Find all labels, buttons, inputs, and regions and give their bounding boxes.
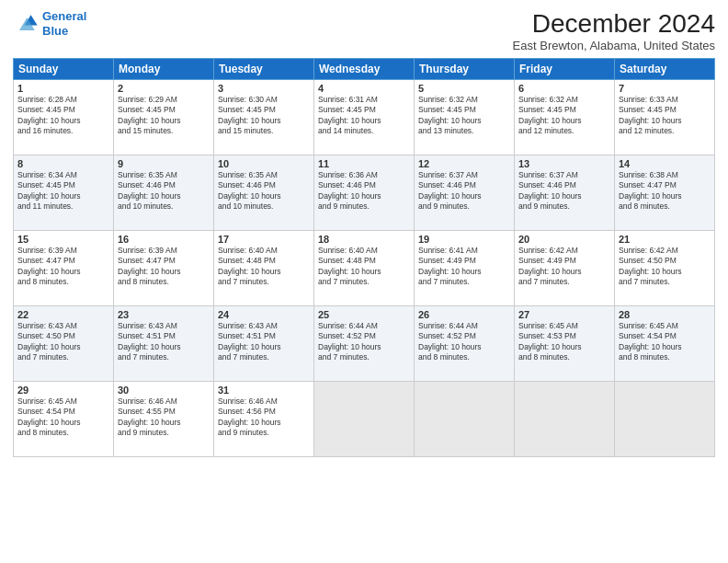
- cell-content: Sunrise: 6:39 AM Sunset: 4:47 PM Dayligh…: [118, 246, 210, 288]
- week-row-1: 1Sunrise: 6:28 AM Sunset: 4:45 PM Daylig…: [14, 80, 715, 155]
- cell-content: Sunrise: 6:44 AM Sunset: 4:52 PM Dayligh…: [318, 321, 410, 363]
- calendar-cell: 9Sunrise: 6:35 AM Sunset: 4:46 PM Daylig…: [114, 155, 214, 231]
- cell-content: Sunrise: 6:35 AM Sunset: 4:46 PM Dayligh…: [118, 170, 210, 213]
- day-number: 8: [17, 158, 109, 169]
- calendar-cell: 1Sunrise: 6:28 AM Sunset: 4:45 PM Daylig…: [14, 80, 114, 155]
- calendar-cell: 26Sunrise: 6:44 AM Sunset: 4:52 PM Dayli…: [415, 306, 515, 382]
- calendar-cell: 21Sunrise: 6:42 AM Sunset: 4:50 PM Dayli…: [615, 231, 715, 306]
- day-number: 30: [118, 385, 210, 396]
- calendar-cell: 27Sunrise: 6:45 AM Sunset: 4:53 PM Dayli…: [515, 306, 615, 382]
- title-block: December 2024 East Brewton, Alabama, Uni…: [513, 9, 715, 52]
- day-number: 11: [318, 158, 410, 169]
- cell-content: Sunrise: 6:44 AM Sunset: 4:52 PM Dayligh…: [418, 321, 510, 363]
- cell-content: Sunrise: 6:45 AM Sunset: 4:53 PM Dayligh…: [518, 321, 610, 363]
- calendar-cell: 4Sunrise: 6:31 AM Sunset: 4:45 PM Daylig…: [314, 80, 415, 155]
- day-number: 21: [619, 234, 711, 245]
- cell-content: Sunrise: 6:40 AM Sunset: 4:48 PM Dayligh…: [218, 246, 310, 288]
- calendar-header-row: SundayMondayTuesdayWednesdayThursdayFrid…: [14, 59, 715, 80]
- day-number: 31: [218, 385, 310, 396]
- day-number: 7: [619, 83, 711, 94]
- day-number: 5: [418, 83, 510, 94]
- cell-content: Sunrise: 6:35 AM Sunset: 4:46 PM Dayligh…: [218, 170, 310, 213]
- calendar-cell: 14Sunrise: 6:38 AM Sunset: 4:47 PM Dayli…: [615, 155, 715, 231]
- day-number: 24: [218, 309, 310, 320]
- calendar-cell: 2Sunrise: 6:29 AM Sunset: 4:45 PM Daylig…: [114, 80, 214, 155]
- day-number: 1: [17, 83, 109, 94]
- calendar-cell: 7Sunrise: 6:33 AM Sunset: 4:45 PM Daylig…: [615, 80, 715, 155]
- logo-blue: Blue: [42, 24, 68, 38]
- calendar-cell: 5Sunrise: 6:32 AM Sunset: 4:45 PM Daylig…: [415, 80, 515, 155]
- day-number: 9: [118, 158, 210, 169]
- calendar-cell: 30Sunrise: 6:46 AM Sunset: 4:55 PM Dayli…: [114, 382, 214, 457]
- col-header-tuesday: Tuesday: [214, 59, 314, 80]
- day-number: 20: [518, 234, 610, 245]
- cell-content: Sunrise: 6:43 AM Sunset: 4:50 PM Dayligh…: [17, 321, 109, 363]
- cell-content: Sunrise: 6:32 AM Sunset: 4:45 PM Dayligh…: [518, 95, 610, 137]
- day-number: 26: [418, 309, 510, 320]
- calendar-cell: 12Sunrise: 6:37 AM Sunset: 4:46 PM Dayli…: [415, 155, 515, 231]
- calendar-cell: 22Sunrise: 6:43 AM Sunset: 4:50 PM Dayli…: [14, 306, 114, 382]
- cell-content: Sunrise: 6:34 AM Sunset: 4:45 PM Dayligh…: [17, 170, 109, 213]
- cell-content: Sunrise: 6:46 AM Sunset: 4:55 PM Dayligh…: [118, 396, 210, 439]
- col-header-friday: Friday: [515, 59, 615, 80]
- week-row-3: 15Sunrise: 6:39 AM Sunset: 4:47 PM Dayli…: [14, 231, 715, 306]
- calendar-cell: 19Sunrise: 6:41 AM Sunset: 4:49 PM Dayli…: [415, 231, 515, 306]
- calendar-cell: 3Sunrise: 6:30 AM Sunset: 4:45 PM Daylig…: [214, 80, 314, 155]
- col-header-monday: Monday: [114, 59, 214, 80]
- cell-content: Sunrise: 6:33 AM Sunset: 4:45 PM Dayligh…: [619, 95, 711, 137]
- cell-content: Sunrise: 6:41 AM Sunset: 4:49 PM Dayligh…: [418, 246, 510, 288]
- calendar-cell: [515, 382, 615, 457]
- cell-content: Sunrise: 6:45 AM Sunset: 4:54 PM Dayligh…: [17, 396, 109, 439]
- cell-content: Sunrise: 6:46 AM Sunset: 4:56 PM Dayligh…: [218, 396, 310, 439]
- header: General Blue December 2024 East Brewton,…: [13, 9, 715, 52]
- cell-content: Sunrise: 6:30 AM Sunset: 4:45 PM Dayligh…: [218, 95, 310, 137]
- cell-content: Sunrise: 6:43 AM Sunset: 4:51 PM Dayligh…: [118, 321, 210, 363]
- cell-content: Sunrise: 6:45 AM Sunset: 4:54 PM Dayligh…: [619, 321, 711, 363]
- calendar-cell: [314, 382, 415, 457]
- week-row-2: 8Sunrise: 6:34 AM Sunset: 4:45 PM Daylig…: [14, 155, 715, 231]
- day-number: 13: [518, 158, 610, 169]
- day-number: 23: [118, 309, 210, 320]
- day-number: 10: [218, 158, 310, 169]
- cell-content: Sunrise: 6:42 AM Sunset: 4:49 PM Dayligh…: [518, 246, 610, 288]
- calendar-cell: [415, 382, 515, 457]
- page: General Blue December 2024 East Brewton,…: [0, 0, 728, 563]
- week-row-4: 22Sunrise: 6:43 AM Sunset: 4:50 PM Dayli…: [14, 306, 715, 382]
- calendar-cell: 8Sunrise: 6:34 AM Sunset: 4:45 PM Daylig…: [14, 155, 114, 231]
- calendar-cell: [615, 382, 715, 457]
- cell-content: Sunrise: 6:38 AM Sunset: 4:47 PM Dayligh…: [619, 170, 711, 213]
- col-header-saturday: Saturday: [615, 59, 715, 80]
- calendar-cell: 18Sunrise: 6:40 AM Sunset: 4:48 PM Dayli…: [314, 231, 415, 306]
- col-header-thursday: Thursday: [415, 59, 515, 80]
- day-number: 28: [619, 309, 711, 320]
- week-row-5: 29Sunrise: 6:45 AM Sunset: 4:54 PM Dayli…: [14, 382, 715, 457]
- day-number: 22: [17, 309, 109, 320]
- calendar-cell: 24Sunrise: 6:43 AM Sunset: 4:51 PM Dayli…: [214, 306, 314, 382]
- day-number: 4: [318, 83, 410, 94]
- logo: General Blue: [13, 9, 86, 38]
- cell-content: Sunrise: 6:29 AM Sunset: 4:45 PM Dayligh…: [118, 95, 210, 137]
- cell-content: Sunrise: 6:37 AM Sunset: 4:46 PM Dayligh…: [518, 170, 610, 213]
- cell-content: Sunrise: 6:40 AM Sunset: 4:48 PM Dayligh…: [318, 246, 410, 288]
- subtitle: East Brewton, Alabama, United States: [513, 39, 715, 52]
- cell-content: Sunrise: 6:32 AM Sunset: 4:45 PM Dayligh…: [418, 95, 510, 137]
- logo-icon: [13, 11, 39, 37]
- calendar-cell: 11Sunrise: 6:36 AM Sunset: 4:46 PM Dayli…: [314, 155, 415, 231]
- calendar-cell: 6Sunrise: 6:32 AM Sunset: 4:45 PM Daylig…: [515, 80, 615, 155]
- calendar-table: SundayMondayTuesdayWednesdayThursdayFrid…: [13, 58, 715, 457]
- cell-content: Sunrise: 6:36 AM Sunset: 4:46 PM Dayligh…: [318, 170, 410, 213]
- col-header-sunday: Sunday: [14, 59, 114, 80]
- cell-content: Sunrise: 6:37 AM Sunset: 4:46 PM Dayligh…: [418, 170, 510, 213]
- cell-content: Sunrise: 6:31 AM Sunset: 4:45 PM Dayligh…: [318, 95, 410, 137]
- cell-content: Sunrise: 6:39 AM Sunset: 4:47 PM Dayligh…: [17, 246, 109, 288]
- day-number: 3: [218, 83, 310, 94]
- calendar-cell: 31Sunrise: 6:46 AM Sunset: 4:56 PM Dayli…: [214, 382, 314, 457]
- day-number: 27: [518, 309, 610, 320]
- day-number: 6: [518, 83, 610, 94]
- calendar-cell: 15Sunrise: 6:39 AM Sunset: 4:47 PM Dayli…: [14, 231, 114, 306]
- calendar-cell: 20Sunrise: 6:42 AM Sunset: 4:49 PM Dayli…: [515, 231, 615, 306]
- calendar-cell: 10Sunrise: 6:35 AM Sunset: 4:46 PM Dayli…: [214, 155, 314, 231]
- calendar-cell: 25Sunrise: 6:44 AM Sunset: 4:52 PM Dayli…: [314, 306, 415, 382]
- calendar-cell: 29Sunrise: 6:45 AM Sunset: 4:54 PM Dayli…: [14, 382, 114, 457]
- day-number: 25: [318, 309, 410, 320]
